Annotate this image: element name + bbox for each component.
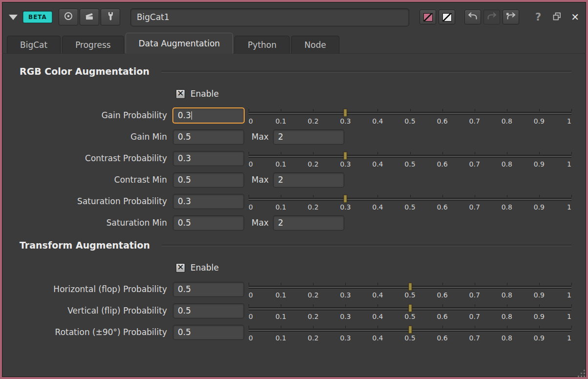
rgb-enable-checkbox[interactable] (176, 89, 185, 99)
tab-progress[interactable]: Progress (62, 36, 124, 53)
slider-scale-label: 0.1 (275, 203, 286, 211)
gain-max-input[interactable]: 2 (273, 129, 344, 145)
tab-bigcat[interactable]: BigCat (7, 36, 61, 53)
section-divider (162, 245, 571, 246)
slider-scale-label: 0.8 (502, 334, 512, 342)
slider-scale-label: 0 (249, 313, 253, 320)
slider-scale-label: 0.9 (534, 291, 545, 299)
contrast-minmax-row: Contrast Min 0.5 Max 2 (2, 169, 586, 190)
slider-tick (507, 109, 507, 111)
slider-tick (249, 195, 249, 197)
contrast-probability-slider[interactable]: 00.10.20.30.40.50.60.70.80.91 (249, 152, 571, 168)
slider-tick (539, 109, 540, 111)
undo-button[interactable] (464, 10, 481, 24)
slider-handle[interactable] (344, 195, 347, 203)
tab-bar: BigCat Progress Data Augmentation Python… (2, 32, 586, 54)
slider-scale-label: 0 (249, 291, 253, 299)
slider-scale-label: 0.3 (340, 313, 351, 320)
slider-scale-label: 1 (567, 313, 571, 320)
contrast-min-input[interactable]: 0.5 (173, 172, 244, 188)
section-divider (161, 71, 571, 72)
saturation-probability-slider[interactable]: 00.10.20.30.40.50.60.70.80.91 (249, 195, 571, 211)
slider-scale-label: 0.6 (437, 117, 447, 125)
resize-grip[interactable] (578, 370, 579, 371)
slider-handle[interactable] (408, 304, 412, 312)
slider-handle[interactable] (344, 152, 347, 160)
slider-tick (442, 109, 443, 111)
saturation-probability-label: Saturation Probability (2, 196, 173, 206)
horizontal-flop-probability-slider[interactable]: 00.10.20.30.40.50.60.70.80.91 (249, 283, 571, 299)
float-panel-button[interactable] (552, 12, 562, 23)
contrast-min-label: Contrast Min (2, 175, 173, 185)
slider-track[interactable] (249, 198, 571, 201)
slider-tick (442, 152, 443, 154)
help-button[interactable]: ? (535, 11, 541, 23)
section-title: Transform Augmentation (20, 240, 150, 251)
transform-enable-checkbox[interactable] (176, 263, 185, 273)
panel-collapse-arrow-icon[interactable] (9, 15, 18, 20)
vertical-flip-probability-input[interactable]: 0.5 (173, 303, 244, 318)
slider-tick (249, 152, 249, 154)
slider-scale: 00.10.20.30.40.50.60.70.80.91 (249, 117, 571, 126)
horizontal-flop-probability-input[interactable]: 0.5 (173, 282, 244, 297)
rgb-enable-label: Enable (190, 89, 219, 99)
saturation-max-input[interactable]: 2 (273, 215, 344, 231)
node-name-field[interactable]: BigCat1 (130, 8, 409, 26)
slider-scale-label: 0.8 (502, 117, 512, 125)
slider-scale-label: 0.2 (308, 160, 318, 168)
slider-scale-label: 0.5 (404, 291, 415, 299)
slider-tick (539, 195, 540, 197)
slider-scale: 00.10.20.30.40.50.60.70.80.91 (249, 291, 571, 299)
slider-scale-label: 0.9 (534, 334, 545, 342)
rotation-probability-input[interactable]: 0.5 (173, 325, 244, 340)
tab-python[interactable]: Python (234, 36, 290, 53)
flipbook-button[interactable] (80, 9, 99, 25)
close-button[interactable]: ✕ (571, 11, 579, 23)
slider-tick (571, 304, 572, 307)
transform-section-header: Transform Augmentation (2, 233, 586, 257)
focus-node-button[interactable] (59, 9, 78, 25)
slider-scale-label: 0.5 (404, 334, 415, 342)
slider-tick (313, 152, 314, 154)
slider-scale-label: 0.2 (308, 313, 318, 320)
slider-scale-label: 0.1 (275, 160, 286, 168)
tab-data-augmentation[interactable]: Data Augmentation (126, 33, 233, 54)
gain-probability-input[interactable]: 0.3 (173, 108, 244, 123)
gain-probability-slider[interactable]: 00.10.20.30.40.50.60.70.80.91 (249, 109, 571, 126)
settings-button[interactable] (101, 9, 120, 25)
saturation-probability-row: Saturation Probability 0.3 00.10.20.30.4… (2, 190, 586, 212)
revert-button[interactable] (503, 10, 519, 24)
slider-track[interactable] (249, 112, 571, 115)
slider-track[interactable] (249, 155, 571, 158)
slider-scale-label: 0.3 (340, 160, 351, 168)
slider-tick (507, 304, 507, 307)
slider-tick (281, 304, 281, 307)
tile-color-button[interactable] (420, 10, 436, 24)
title-bar: BETA BigCat1 (2, 2, 586, 32)
gain-probability-row: Gain Probability 0.3 00.10.20.30.40.50.6… (2, 105, 586, 126)
vertical-flip-probability-slider[interactable]: 00.10.20.30.40.50.60.70.80.91 (249, 304, 571, 321)
gain-min-input[interactable]: 0.5 (173, 129, 244, 145)
slider-tick (539, 304, 540, 307)
slider-handle[interactable] (344, 109, 347, 117)
slider-handle[interactable] (408, 283, 412, 291)
contrast-max-input[interactable]: 2 (273, 172, 344, 188)
gl-color-button[interactable] (439, 10, 455, 24)
slider-tick (345, 304, 346, 307)
tab-node[interactable]: Node (291, 36, 339, 53)
slider-tick (571, 283, 572, 285)
saturation-probability-input[interactable]: 0.3 (173, 194, 244, 209)
saturation-min-input[interactable]: 0.5 (173, 215, 244, 231)
slider-tick (281, 195, 281, 197)
rotation-probability-slider[interactable]: 00.10.20.30.40.50.60.70.80.91 (249, 326, 571, 342)
contrast-probability-input[interactable]: 0.3 (173, 151, 244, 166)
slider-handle[interactable] (408, 326, 412, 334)
redo-button[interactable] (483, 10, 500, 24)
slider-tick (507, 326, 507, 328)
horizontal-flop-probability-label: Horizontal (flop) Probability (2, 284, 173, 294)
saturation-max-label: Max (252, 218, 269, 228)
vertical-flip-probability-row: Vertical (flip) Probability 0.5 00.10.20… (2, 300, 586, 321)
slider-scale-label: 0.5 (404, 117, 415, 125)
slider-scale-label: 0.8 (502, 203, 512, 211)
gain-minmax-row: Gain Min 0.5 Max 2 (2, 126, 586, 147)
